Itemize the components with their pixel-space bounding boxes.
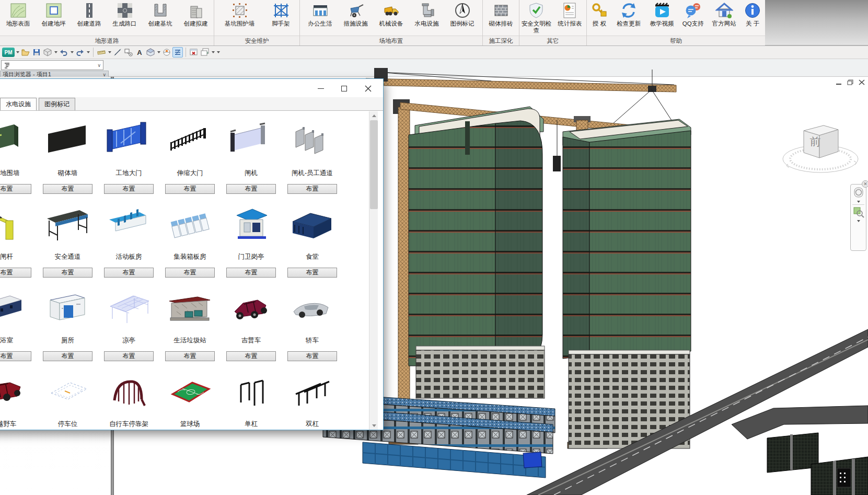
retractable-gate-icon[interactable]	[163, 118, 217, 168]
default-3d-view-button[interactable]	[145, 47, 156, 57]
navigation-bar[interactable]: ✕	[850, 184, 866, 251]
measure-button[interactable]	[96, 47, 107, 57]
sedan-icon[interactable]	[285, 285, 340, 336]
place-button[interactable]: 布置	[165, 351, 215, 361]
parking-space-icon[interactable]	[41, 369, 95, 419]
place-button[interactable]: 布置	[287, 184, 337, 194]
navbar-wheel-dropdown[interactable]	[857, 201, 860, 203]
tab-water-electric[interactable]: 水电设施	[0, 98, 37, 110]
aligned-dimension-button[interactable]	[112, 47, 123, 57]
view-cube[interactable]: 前	[778, 116, 865, 178]
create-pit-button[interactable]: 创建基坑	[143, 1, 178, 28]
bike-rack-icon[interactable]	[102, 369, 156, 419]
canteen-icon[interactable]	[285, 202, 340, 252]
turnstile-icon[interactable]	[224, 118, 279, 168]
site-fence-icon[interactable]	[0, 118, 34, 168]
ribbon-group-label[interactable]: 帮助	[587, 36, 765, 45]
office-life-button[interactable]: 办公生活	[303, 1, 338, 28]
machinery-button[interactable]: 机械设备	[374, 1, 409, 28]
dialog-minimize-button[interactable]	[313, 83, 329, 94]
turnstile-staff-icon[interactable]	[285, 118, 340, 168]
statistics-report-button[interactable]: 统计报表	[553, 1, 586, 28]
qq-support-button[interactable]: QQ支持	[678, 1, 708, 28]
waste-station-icon[interactable]	[163, 285, 217, 336]
scaffold-button[interactable]: 脚手架	[264, 1, 298, 28]
export-dropdown[interactable]	[53, 47, 58, 57]
barrier-arm-icon[interactable]	[0, 202, 34, 252]
check-update-button[interactable]: 检查更新	[612, 1, 646, 28]
ribbon-group-label[interactable]: 安全维护	[214, 36, 299, 45]
pm-menu-button[interactable]: PM	[2, 47, 15, 57]
masonry-brick-button[interactable]: 砌体排砖	[483, 1, 519, 28]
redo-dropdown[interactable]	[86, 47, 90, 57]
save-button[interactable]	[31, 47, 42, 57]
scrollbar-thumb[interactable]	[370, 120, 378, 209]
dialog-close-button[interactable]	[360, 83, 376, 94]
place-button[interactable]: 布置	[287, 268, 337, 278]
undo-dropdown[interactable]	[70, 47, 74, 57]
place-button[interactable]: 布置	[43, 268, 92, 278]
place-button[interactable]: 布置	[43, 184, 92, 194]
view-close-button[interactable]	[858, 79, 865, 85]
redo-button[interactable]	[75, 47, 85, 57]
place-button[interactable]: 布置	[104, 184, 154, 194]
tutorial-video-button[interactable]: 教学视频	[646, 1, 678, 28]
guard-booth-icon[interactable]	[224, 202, 279, 252]
dialog-scrollbar[interactable]	[369, 111, 378, 430]
switch-windows-button[interactable]	[200, 47, 210, 57]
safety-passage-icon[interactable]	[41, 202, 95, 252]
water-electric-button[interactable]: 水电设施	[409, 1, 445, 28]
ribbon-group-label[interactable]: 其它	[519, 36, 586, 45]
type-selector[interactable]: ∨	[1, 60, 103, 70]
jeep-icon[interactable]	[224, 285, 279, 336]
switch-windows-dropdown[interactable]	[211, 47, 215, 57]
dialog-maximize-button[interactable]	[336, 83, 352, 94]
offroad-truck-icon[interactable]	[0, 369, 34, 419]
pm-menu-dropdown[interactable]	[15, 47, 20, 57]
section-button[interactable]	[161, 47, 172, 57]
measure-facility-button[interactable]: 措施设施	[338, 1, 374, 28]
default-3d-view-dropdown[interactable]	[156, 47, 161, 57]
dialog-titlebar[interactable]	[0, 79, 383, 97]
navbar-close-button[interactable]: ✕	[862, 180, 868, 188]
steering-wheel-icon[interactable]	[852, 186, 865, 199]
single-bar-icon[interactable]	[224, 369, 279, 419]
place-button[interactable]: 布置	[287, 351, 337, 361]
portable-house-icon[interactable]	[102, 202, 156, 252]
terrain-surface-button[interactable]: 地形表面	[1, 1, 36, 28]
scroll-up-button[interactable]	[369, 111, 378, 120]
ribbon-group-label[interactable]: 场地布置	[300, 36, 482, 45]
bathroom-icon[interactable]	[0, 285, 34, 336]
safety-check-button[interactable]: 安全文明检查	[519, 1, 553, 34]
ribbon-group-label[interactable]: 施工深化	[483, 36, 519, 45]
place-button[interactable]: 布置	[0, 351, 31, 361]
place-button[interactable]: 布置	[226, 184, 276, 194]
create-ground-button[interactable]: 创建地坪	[36, 1, 72, 28]
place-button[interactable]: 布置	[165, 268, 215, 278]
place-button[interactable]: 布置	[43, 351, 92, 361]
tag-button[interactable]	[123, 47, 134, 57]
pavilion-icon[interactable]	[102, 285, 156, 336]
scroll-down-button[interactable]	[369, 421, 378, 430]
license-button[interactable]: 授 权	[587, 1, 612, 28]
view-cube-front-face[interactable]: 前	[805, 132, 826, 152]
place-button[interactable]: 布置	[104, 351, 154, 361]
toilet-icon[interactable]	[41, 285, 95, 336]
pit-enclosure-wall-button[interactable]: 基坑围护墙	[216, 1, 264, 28]
container-house-icon[interactable]	[163, 202, 217, 252]
legend-mark-button[interactable]: 图例标记	[445, 1, 480, 28]
zoom-region-icon[interactable]	[853, 206, 864, 218]
customize-toolbar-dropdown[interactable]	[216, 47, 221, 57]
place-button[interactable]: 布置	[104, 268, 154, 278]
site-gate-icon[interactable]	[102, 118, 156, 168]
view-minimize-button[interactable]	[835, 79, 842, 85]
place-button[interactable]: 布置	[0, 184, 31, 194]
create-road-button[interactable]: 创建道路	[72, 1, 107, 28]
close-hidden-windows-button[interactable]	[189, 47, 199, 57]
place-button[interactable]: 布置	[0, 268, 31, 278]
basketball-court-icon[interactable]	[163, 369, 217, 419]
about-button[interactable]: 关 于	[740, 1, 765, 28]
official-website-button[interactable]: 官方网站	[708, 1, 740, 28]
export-3d-button[interactable]	[42, 47, 53, 57]
ribbon-group-label[interactable]: 地形道路	[0, 36, 214, 45]
